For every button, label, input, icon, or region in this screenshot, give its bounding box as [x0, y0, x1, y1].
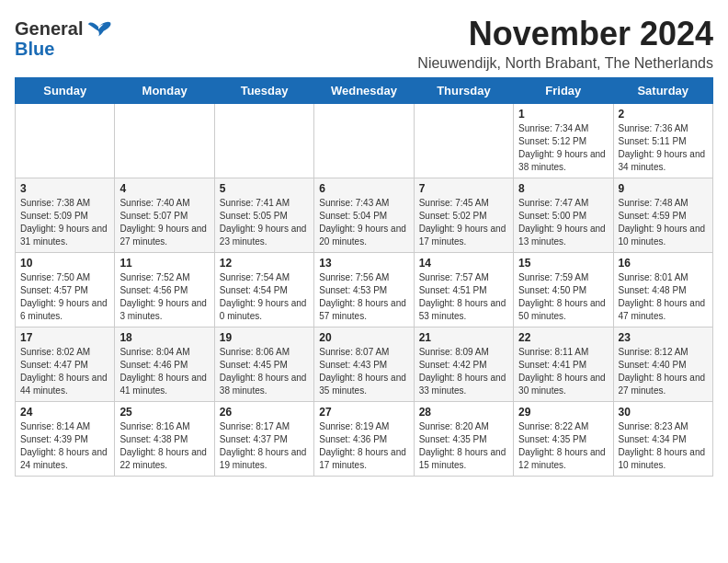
day-info: Sunrise: 7:41 AM Sunset: 5:05 PM Dayligh… [220, 197, 309, 248]
calendar-cell: 20Sunrise: 8:07 AM Sunset: 4:43 PM Dayli… [314, 327, 414, 402]
calendar-cell: 16Sunrise: 8:01 AM Sunset: 4:48 PM Dayli… [613, 253, 712, 327]
day-info: Sunrise: 7:47 AM Sunset: 5:00 PM Dayligh… [518, 197, 608, 248]
day-number: 9 [619, 182, 708, 195]
day-number: 1 [518, 108, 608, 121]
day-info: Sunrise: 8:06 AM Sunset: 4:45 PM Dayligh… [220, 346, 309, 397]
day-info: Sunrise: 8:20 AM Sunset: 4:35 PM Dayligh… [419, 420, 508, 472]
calendar-cell: 26Sunrise: 8:17 AM Sunset: 4:37 PM Dayli… [214, 402, 313, 477]
calendar-cell: 4Sunrise: 7:40 AM Sunset: 5:07 PM Daylig… [115, 178, 214, 253]
calendar-header-row: SundayMondayTuesdayWednesdayThursdayFrid… [16, 78, 713, 104]
calendar-cell: 29Sunrise: 8:22 AM Sunset: 4:35 PM Dayli… [514, 402, 613, 477]
calendar-cell: 2Sunrise: 7:36 AM Sunset: 5:11 PM Daylig… [613, 104, 712, 178]
day-info: Sunrise: 8:14 AM Sunset: 4:39 PM Dayligh… [20, 420, 109, 472]
day-number: 3 [20, 182, 109, 195]
day-number: 6 [319, 182, 408, 195]
calendar-cell [414, 104, 513, 178]
calendar-week-row: 24Sunrise: 8:14 AM Sunset: 4:39 PM Dayli… [16, 402, 713, 477]
day-number: 15 [518, 257, 608, 270]
calendar-weekday-header: Wednesday [314, 78, 414, 104]
day-info: Sunrise: 8:01 AM Sunset: 4:48 PM Dayligh… [619, 271, 708, 323]
day-info: Sunrise: 7:48 AM Sunset: 4:59 PM Dayligh… [619, 197, 708, 248]
day-info: Sunrise: 7:34 AM Sunset: 5:12 PM Dayligh… [518, 122, 608, 174]
calendar-cell: 17Sunrise: 8:02 AM Sunset: 4:47 PM Dayli… [16, 327, 115, 402]
calendar-cell: 25Sunrise: 8:16 AM Sunset: 4:38 PM Dayli… [115, 402, 214, 477]
day-info: Sunrise: 8:17 AM Sunset: 4:37 PM Dayligh… [220, 420, 309, 472]
day-number: 8 [518, 182, 608, 195]
month-year-title: November 2024 [112, 15, 713, 53]
day-info: Sunrise: 7:40 AM Sunset: 5:07 PM Dayligh… [119, 197, 209, 248]
calendar-cell: 30Sunrise: 8:23 AM Sunset: 4:34 PM Dayli… [613, 402, 712, 477]
day-info: Sunrise: 8:02 AM Sunset: 4:47 PM Dayligh… [20, 346, 109, 397]
calendar-cell: 28Sunrise: 8:20 AM Sunset: 4:35 PM Dayli… [414, 402, 513, 477]
day-number: 13 [319, 257, 408, 270]
day-number: 26 [220, 406, 309, 419]
day-info: Sunrise: 8:22 AM Sunset: 4:35 PM Dayligh… [518, 420, 608, 472]
day-info: Sunrise: 7:56 AM Sunset: 4:53 PM Dayligh… [319, 271, 408, 323]
calendar-weekday-header: Friday [514, 78, 613, 104]
day-number: 11 [119, 257, 209, 270]
calendar-cell: 23Sunrise: 8:12 AM Sunset: 4:40 PM Dayli… [613, 327, 712, 402]
calendar-cell: 1Sunrise: 7:34 AM Sunset: 5:12 PM Daylig… [514, 104, 613, 178]
header: General Blue November 2024 Nieuwendijk, … [15, 15, 713, 72]
day-number: 18 [119, 331, 209, 344]
day-number: 14 [419, 257, 508, 270]
location-subtitle: Nieuwendijk, North Brabant, The Netherla… [112, 55, 713, 72]
day-info: Sunrise: 8:11 AM Sunset: 4:41 PM Dayligh… [518, 346, 608, 397]
calendar-cell [16, 104, 115, 178]
day-number: 12 [220, 257, 309, 270]
day-number: 21 [419, 331, 508, 344]
calendar-cell: 8Sunrise: 7:47 AM Sunset: 5:00 PM Daylig… [514, 178, 613, 253]
calendar-cell: 19Sunrise: 8:06 AM Sunset: 4:45 PM Dayli… [214, 327, 313, 402]
day-info: Sunrise: 8:12 AM Sunset: 4:40 PM Dayligh… [619, 346, 708, 397]
day-number: 7 [419, 182, 508, 195]
day-number: 5 [220, 182, 309, 195]
calendar-cell: 22Sunrise: 8:11 AM Sunset: 4:41 PM Dayli… [514, 327, 613, 402]
day-number: 29 [518, 406, 608, 419]
day-info: Sunrise: 8:16 AM Sunset: 4:38 PM Dayligh… [119, 420, 209, 472]
day-number: 27 [319, 406, 408, 419]
calendar-weekday-header: Thursday [414, 78, 513, 104]
day-info: Sunrise: 7:36 AM Sunset: 5:11 PM Dayligh… [619, 122, 708, 174]
day-info: Sunrise: 7:57 AM Sunset: 4:51 PM Dayligh… [419, 271, 508, 323]
day-number: 28 [419, 406, 508, 419]
day-info: Sunrise: 7:52 AM Sunset: 4:56 PM Dayligh… [119, 271, 209, 323]
day-number: 2 [619, 108, 708, 121]
calendar-week-row: 17Sunrise: 8:02 AM Sunset: 4:47 PM Dayli… [16, 327, 713, 402]
calendar-cell [314, 104, 414, 178]
calendar-cell: 27Sunrise: 8:19 AM Sunset: 4:36 PM Dayli… [314, 402, 414, 477]
calendar-cell [115, 104, 214, 178]
calendar-cell: 14Sunrise: 7:57 AM Sunset: 4:51 PM Dayli… [414, 253, 513, 327]
calendar-week-row: 10Sunrise: 7:50 AM Sunset: 4:57 PM Dayli… [16, 253, 713, 327]
calendar-cell: 12Sunrise: 7:54 AM Sunset: 4:54 PM Dayli… [214, 253, 313, 327]
logo: General Blue [15, 15, 112, 59]
day-info: Sunrise: 7:59 AM Sunset: 4:50 PM Dayligh… [518, 271, 608, 323]
day-info: Sunrise: 8:09 AM Sunset: 4:42 PM Dayligh… [419, 346, 508, 397]
day-info: Sunrise: 7:38 AM Sunset: 5:09 PM Dayligh… [20, 197, 109, 248]
day-number: 17 [20, 331, 109, 344]
calendar-cell: 24Sunrise: 8:14 AM Sunset: 4:39 PM Dayli… [16, 402, 115, 477]
day-number: 25 [119, 406, 209, 419]
day-info: Sunrise: 8:07 AM Sunset: 4:43 PM Dayligh… [319, 346, 408, 397]
calendar-cell: 11Sunrise: 7:52 AM Sunset: 4:56 PM Dayli… [115, 253, 214, 327]
day-number: 4 [119, 182, 209, 195]
day-number: 19 [220, 331, 309, 344]
day-info: Sunrise: 8:23 AM Sunset: 4:34 PM Dayligh… [619, 420, 708, 472]
day-number: 10 [20, 257, 109, 270]
day-number: 16 [619, 257, 708, 270]
calendar-cell: 6Sunrise: 7:43 AM Sunset: 5:04 PM Daylig… [314, 178, 414, 253]
day-info: Sunrise: 8:04 AM Sunset: 4:46 PM Dayligh… [119, 346, 209, 397]
day-info: Sunrise: 8:19 AM Sunset: 4:36 PM Dayligh… [319, 420, 408, 472]
logo-bird-icon [86, 18, 112, 39]
day-number: 20 [319, 331, 408, 344]
calendar-cell: 18Sunrise: 8:04 AM Sunset: 4:46 PM Dayli… [115, 327, 214, 402]
calendar-weekday-header: Tuesday [214, 78, 313, 104]
day-info: Sunrise: 7:45 AM Sunset: 5:02 PM Dayligh… [419, 197, 508, 248]
day-info: Sunrise: 7:50 AM Sunset: 4:57 PM Dayligh… [20, 271, 109, 323]
day-info: Sunrise: 7:54 AM Sunset: 4:54 PM Dayligh… [220, 271, 309, 323]
day-number: 24 [20, 406, 109, 419]
calendar-cell: 7Sunrise: 7:45 AM Sunset: 5:02 PM Daylig… [414, 178, 513, 253]
calendar-cell: 3Sunrise: 7:38 AM Sunset: 5:09 PM Daylig… [16, 178, 115, 253]
calendar-table: SundayMondayTuesdayWednesdayThursdayFrid… [15, 77, 713, 477]
day-info: Sunrise: 7:43 AM Sunset: 5:04 PM Dayligh… [319, 197, 408, 248]
calendar-cell [214, 104, 313, 178]
